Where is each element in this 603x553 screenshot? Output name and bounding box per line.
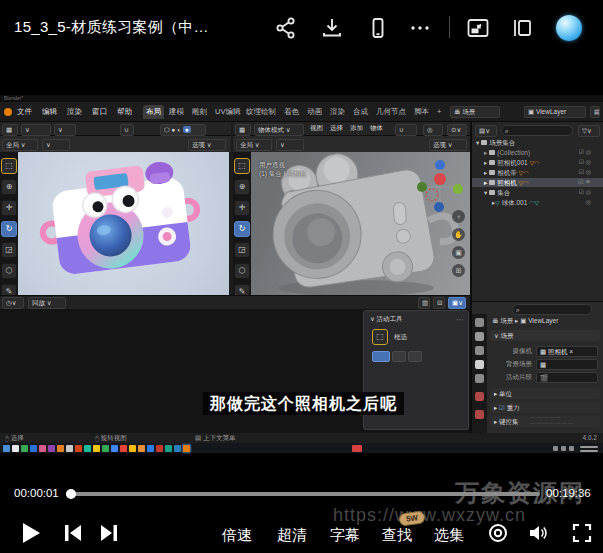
outliner-row-camera001: ▸照相机001 ▽◠ ☑ ◎ xyxy=(472,158,603,167)
record-settings-icon[interactable] xyxy=(488,523,508,543)
embedded-watermark-text: — — — — — — — xyxy=(530,420,573,426)
outliner-row-camera-selected: ▸照相机 ▽◠ ☑ 👁 xyxy=(472,178,603,187)
play-button[interactable] xyxy=(21,521,41,545)
falloff-dropdown: ∨ xyxy=(42,139,70,151)
move-tool-icon: ✛ xyxy=(1,200,17,216)
blender-version: 4.0.2 xyxy=(583,433,597,443)
scale-tool-icon: ◲ xyxy=(234,242,250,258)
workspace-tab-sculpt: 雕刻 xyxy=(189,105,210,119)
blender-logo-icon xyxy=(4,108,12,116)
tray-icon xyxy=(569,446,574,451)
tool-name-label: 框选 xyxy=(394,333,407,342)
fullscreen-icon[interactable] xyxy=(572,523,592,543)
middle-viewport-header: ▦ 物体模式 ∨ 视图 选择 添加 物体 ∪ ◎ ⊙∨ xyxy=(233,122,470,136)
progress-bar-track[interactable] xyxy=(66,492,540,496)
properties-panel: ⌕ 🖶 场景 ▸ ▣ ViewLayer ∨ 场景 摄像机 ▦ 照相机 × 背景… xyxy=(470,301,603,433)
subtitle-button[interactable]: 字幕 xyxy=(330,526,360,545)
camera-field-label: 摄像机 xyxy=(490,346,532,356)
toggle-icon: ▥ xyxy=(418,297,430,309)
middle-tool-column: ⬚ ⊕ ✛ ↻ ◲ ⬡ ✎ xyxy=(233,152,251,303)
outliner-panel: ▤∨ ⌕ ▽∨ ▾场景集合 ▸(Collection) ☑ ◎ ▸照相机001 … xyxy=(470,122,603,301)
picture-in-picture-icon[interactable] xyxy=(466,16,490,40)
visibility-toggles: ☑ ◎ xyxy=(579,168,591,177)
taskbar-app-icon xyxy=(57,445,64,452)
rendered-viewport-canvas xyxy=(18,152,229,303)
quality-button[interactable]: 超清 xyxy=(277,526,307,545)
visibility-toggles: ☑ ◎ xyxy=(579,148,591,157)
camera-field-value: ▦ 照相机 × xyxy=(536,346,598,357)
timeline-header: ◷∨ 回放 ∨ ▥ ⊟ ▣∨ xyxy=(0,296,470,309)
tray-date-text xyxy=(580,450,598,452)
units-section-header: ▸ 单位 xyxy=(490,388,600,399)
clip-field-value: 🎬 xyxy=(536,372,598,383)
header-widget: ∨ xyxy=(54,124,76,136)
pan-hand-icon: ✋ xyxy=(452,228,465,241)
rotate-tool-icon: ↻ xyxy=(234,221,250,237)
progress-knob[interactable] xyxy=(66,489,76,499)
dock-window-icon[interactable] xyxy=(510,16,534,40)
speed-button[interactable]: 倍速 xyxy=(222,526,252,545)
taskbar-app-icon xyxy=(120,445,127,452)
taskbar-app-icon xyxy=(102,445,109,452)
mode-dropdown: 物体模式 ∨ xyxy=(254,124,304,136)
cursor-tool-icon: ⊕ xyxy=(234,179,250,195)
options-dropdown-left: 选项 ∨ xyxy=(188,139,226,151)
workspace-tab-modeling: 建模 xyxy=(166,105,187,119)
download-icon[interactable] xyxy=(320,16,344,40)
outliner-row-collection2: ▾集合 ☑ ◎ xyxy=(472,188,603,197)
cartoon-camera-render xyxy=(18,152,229,303)
outliner-row-sphere001: ▸▽ 球体.001 ◠▽ ◎ xyxy=(472,198,603,207)
next-button[interactable] xyxy=(99,523,119,543)
taskbar-blender-icon-active xyxy=(183,445,190,452)
taskbar-app-icon xyxy=(129,445,136,452)
curve-data-icon: ◠ xyxy=(534,160,539,166)
scene-selector: 🖶 场景 xyxy=(450,106,500,118)
editor-type-icon: ▦ xyxy=(2,124,18,136)
more-options-icon[interactable] xyxy=(408,16,432,40)
middle-viewport-subheader: 全局 ∨ ∨ 选项 ∨ xyxy=(233,136,470,152)
taskbar-app-icon xyxy=(111,445,118,452)
volume-icon[interactable] xyxy=(528,523,548,543)
visibility-toggles: ☑ ◎ xyxy=(579,188,591,197)
properties-tab-column xyxy=(472,314,487,434)
tray-icon xyxy=(561,446,566,451)
color-swatch xyxy=(408,351,422,362)
video-player-window: 15_3_5-材质练习案例（中… xyxy=(0,0,603,553)
phone-cast-icon[interactable] xyxy=(366,16,390,40)
properties-breadcrumb: 🖶 场景 ▸ ▣ ViewLayer xyxy=(492,316,558,326)
collection-icon xyxy=(489,180,495,185)
scene-tab-icon xyxy=(475,360,484,369)
taskbar-app-icon xyxy=(66,445,73,452)
share-icon[interactable] xyxy=(274,16,298,40)
zoom-nav-icon: ＋ xyxy=(452,210,465,223)
taskbar-app-icon xyxy=(75,445,82,452)
color-swatch xyxy=(392,351,406,362)
toolbar-divider xyxy=(449,16,450,38)
search-button[interactable]: 查找 xyxy=(382,526,412,545)
workspace-tab-render: 渲染 xyxy=(327,105,348,119)
user-avatar[interactable] xyxy=(556,15,582,41)
properties-search-input: ⌕ xyxy=(512,304,592,315)
physics-tab-icon xyxy=(475,410,484,419)
blender-status-bar: 🖰 选择 🖰 旋转视图 ▤ 上下文菜单 4.0.2 xyxy=(0,433,603,443)
box-select-tool-icon: ⬚ xyxy=(372,329,388,345)
transform-tool-icon: ⬡ xyxy=(1,263,17,279)
taskbar-app-icon xyxy=(147,445,154,452)
video-title: 15_3_5-材质练习案例（中… xyxy=(14,18,209,37)
active-toggle-icon: ▣∨ xyxy=(448,297,466,309)
outliner-row-collection: ▸(Collection) ☑ ◎ xyxy=(472,148,603,157)
new-layer-icon: ▤ xyxy=(590,106,600,118)
editor-type-icon: ▦ xyxy=(235,124,251,136)
tool-panel-header: ∨ 活动工具 xyxy=(370,315,403,324)
viewport-overlay-perspective: 用户透视 xyxy=(259,160,285,169)
mouse-hint-context: ▤ 上下文菜单 xyxy=(195,433,235,443)
menu-edit: 编辑 xyxy=(42,107,57,117)
previous-button[interactable] xyxy=(63,523,83,543)
outliner-row-scene-collection: ▾场景集合 xyxy=(472,138,603,147)
outliner-row-strap: ▸相机带 ▽◠ ☑ ◎ xyxy=(472,168,603,177)
video-frame-blender-desktop: Blender* 文件 编辑 渲染 窗口 帮助 布局 建模 雕刻 UV编辑 纹理… xyxy=(0,95,603,443)
color-swatch-active xyxy=(372,351,390,362)
taskbar-app-icon xyxy=(84,445,91,452)
select-box-tool-icon: ⬚ xyxy=(1,158,17,174)
episodes-button[interactable]: 选集 xyxy=(434,526,464,545)
